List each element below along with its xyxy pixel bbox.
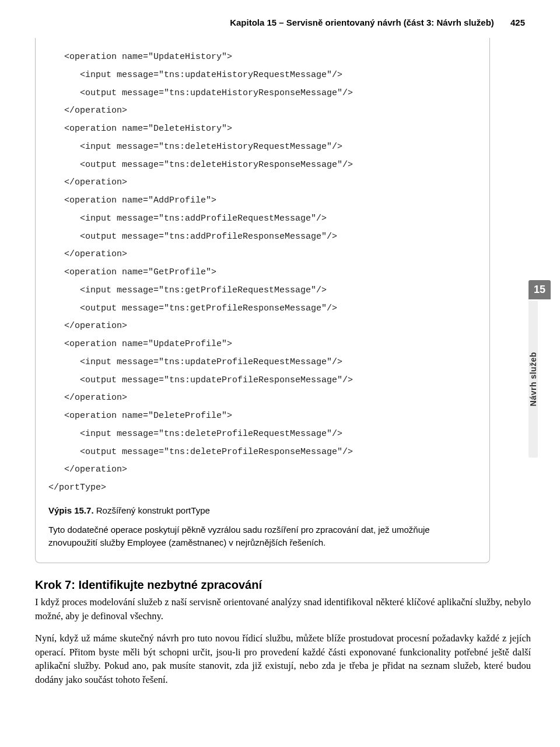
caption-text: Rozšířený konstrukt portType	[94, 505, 210, 515]
thumb-tab-number: 15	[528, 280, 551, 299]
code-listing: <operation name="UpdateHistory"> <input …	[48, 48, 477, 497]
body-paragraph: Nyní, když už máme skutečný návrh pro tu…	[35, 631, 531, 687]
code-listing-box: <operation name="UpdateHistory"> <input …	[35, 38, 490, 563]
listing-caption: Výpis 15.7. Rozšířený konstrukt portType	[48, 505, 477, 515]
page-number: 425	[510, 18, 525, 27]
page-header: Kapitola 15 – Servisně orientovaný návrh…	[35, 18, 531, 27]
listing-note: Tyto dodatečné operace poskytují pěkně v…	[48, 523, 477, 550]
section-heading: Krok 7: Identifikujte nezbytné zpracován…	[35, 578, 531, 592]
body-paragraph: I když proces modelování služeb z naší s…	[35, 595, 531, 623]
caption-label: Výpis 15.7.	[48, 505, 94, 515]
thumb-tab: 15 Návrh služeb	[528, 280, 551, 458]
thumb-tab-label: Návrh služeb	[528, 301, 538, 458]
chapter-title: Kapitola 15 – Servisně orientovaný návrh…	[230, 18, 494, 27]
